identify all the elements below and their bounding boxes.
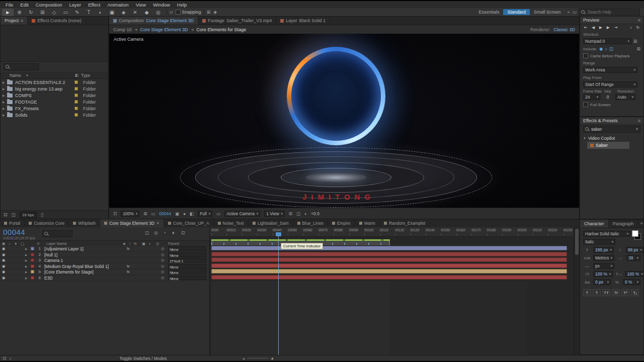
layer-label-chip[interactable] xyxy=(31,264,34,268)
timeline-tab[interactable]: Customize Core ✕ xyxy=(25,219,69,227)
shortcut-dropdown[interactable]: Numpad 0▾ xyxy=(583,38,631,44)
workspace-button[interactable]: Essentials xyxy=(474,9,503,15)
layer-name[interactable]: [Null 1] xyxy=(44,252,57,257)
menu-item[interactable]: Window xyxy=(149,2,174,8)
timeline-tab[interactable]: Core_Close_UP_A ✕ xyxy=(164,219,214,227)
layer-visibility-toggle[interactable]: ◉ xyxy=(2,264,6,268)
graph-editor-icon[interactable]: ♦ xyxy=(172,230,175,235)
tool-button[interactable]: ⊕ xyxy=(14,9,25,16)
bit-depth-badge[interactable]: 16 bpc xyxy=(20,212,37,218)
parent-pickwhip-icon[interactable]: ◎ xyxy=(161,252,165,257)
char-style-button[interactable]: T xyxy=(593,289,601,296)
layer-expand-icon[interactable]: ▶ xyxy=(25,265,27,268)
column-type[interactable]: Type xyxy=(81,73,90,78)
tsume-field[interactable]: 0 %▾ xyxy=(623,279,640,285)
timeline-tab[interactable]: Empire ✕ xyxy=(328,219,355,227)
magnification-dropdown[interactable]: 100%▾ xyxy=(121,211,139,217)
tool-button[interactable]: ◈ xyxy=(118,9,129,16)
effects-search[interactable]: ✕ xyxy=(583,126,640,133)
frame-rate-dropdown[interactable]: 24▾ xyxy=(583,94,600,100)
layer-expand-icon[interactable]: ▶ xyxy=(25,259,27,262)
panel-menu-icon[interactable]: ≡ xyxy=(21,18,23,23)
vertical-scale-field[interactable]: 100 %▾ xyxy=(593,271,613,277)
layer-row[interactable]: ◉ ▶ 4 [Medium Gray-Royal Blue Solid 1] f… xyxy=(0,263,209,269)
timeline-tab[interactable]: Portal ✕ xyxy=(0,219,25,227)
region-of-interest-icon[interactable]: ⊡ xyxy=(113,211,117,216)
project-search-input[interactable] xyxy=(12,64,37,69)
layer-name[interactable]: [Adjustment Layer 1] xyxy=(44,246,84,251)
panel-menu-icon[interactable]: ≡ xyxy=(638,18,640,23)
layer-visibility-toggle[interactable]: ◉ xyxy=(2,269,6,274)
layer-name[interactable]: E3D xyxy=(44,276,53,281)
expand-icon[interactable]: ▶ xyxy=(3,107,7,110)
char-style-button[interactable]: T xyxy=(583,289,591,296)
parent-dropdown[interactable]: None▾ xyxy=(168,264,206,268)
mask-visibility-icon[interactable]: ▭ xyxy=(151,211,155,216)
loop-icon[interactable]: ↻ xyxy=(635,25,640,30)
camera-dropdown[interactable]: Active Camera▾ xyxy=(224,211,260,217)
parent-dropdown[interactable]: None▾ xyxy=(168,246,206,251)
breadcrumb-core-stage[interactable]: Core Stage Element 3D xyxy=(140,27,188,32)
font-size-dropdown[interactable]: 285 px▾ xyxy=(593,247,614,253)
transport-button[interactable]: ◀ xyxy=(591,25,596,30)
layer-duration-bar[interactable] xyxy=(211,252,567,256)
char-style-button[interactable]: T₁ xyxy=(631,289,639,296)
parent-dropdown[interactable]: 2. Null 1▾ xyxy=(168,258,206,262)
toggle-switches-button[interactable]: Toggle Switches / Modes xyxy=(119,356,167,361)
tool-button[interactable]: ◐ xyxy=(95,9,106,16)
menu-item[interactable]: File xyxy=(2,2,17,8)
timeline-tab[interactable]: Core Stage Element 3D ✕ xyxy=(100,219,164,227)
char-style-button[interactable]: T¹ xyxy=(621,289,629,296)
draft-3d-icon[interactable]: ◎ xyxy=(154,230,158,235)
expand-icon[interactable]: ▶ xyxy=(3,94,7,97)
cache-before-playback-checkbox[interactable] xyxy=(583,53,588,58)
snapshot-icon[interactable]: ▣ xyxy=(175,211,179,216)
help-search-input[interactable] xyxy=(588,10,637,15)
expand-icon[interactable]: ▶ xyxy=(3,81,7,84)
tracking-dropdown[interactable]: 39▾ xyxy=(626,255,640,261)
project-item[interactable]: ▶ Solids Folder xyxy=(1,112,108,118)
collapse-icon[interactable]: ▼ xyxy=(583,137,586,140)
transport-button[interactable]: ▶ xyxy=(606,25,611,30)
layer-row[interactable]: ◉ ▶ 3 Camera 1 ◎ 2. Null 1▾ xyxy=(0,257,209,263)
label-chip[interactable] xyxy=(74,94,78,97)
tool-button[interactable]: ▭ xyxy=(60,9,71,16)
font-family-dropdown[interactable]: Harlow Solid Italic▾ xyxy=(583,231,630,237)
font-style-dropdown[interactable]: Italic▾ xyxy=(583,239,615,245)
tool-button[interactable]: ► xyxy=(2,9,14,16)
workspace-button[interactable]: Standard xyxy=(503,9,530,15)
project-item[interactable]: ▶ FOOTAGE Folder xyxy=(1,99,108,105)
horizontal-scale-field[interactable]: 100 %▾ xyxy=(625,271,644,277)
project-search[interactable] xyxy=(4,63,39,70)
timeline-flow-icon[interactable]: ◫ xyxy=(296,211,300,216)
timeline-zoom-slider[interactable] xyxy=(247,358,268,358)
tool-button[interactable]: T xyxy=(83,9,95,16)
skip-value[interactable]: 0 xyxy=(602,95,613,100)
label-chip[interactable] xyxy=(74,107,78,110)
layer-name-column[interactable]: Layer Name xyxy=(46,241,67,246)
trash-icon[interactable]: ▯ xyxy=(41,212,43,217)
viewer-tab[interactable]: Composition Core Stage Element 3D xyxy=(109,17,198,25)
zoom-out-icon[interactable]: ▲ xyxy=(242,357,245,360)
tool-button[interactable]: ✎ xyxy=(71,9,83,16)
mute-audio-icon[interactable]: ♪ xyxy=(629,25,633,30)
tool-button[interactable]: ▣ xyxy=(106,9,118,16)
layer-duration-bar[interactable] xyxy=(211,263,567,268)
monitor-icon[interactable]: ▭ xyxy=(572,10,577,15)
expand-icon[interactable]: ▶ xyxy=(3,114,7,117)
layer-row[interactable]: ◉ ▶ 1 [Adjustment Layer 1] fx ◎ None▾ xyxy=(0,246,209,252)
layer-label-chip[interactable] xyxy=(31,276,34,280)
layer-expand-icon[interactable]: ▶ xyxy=(25,277,27,280)
layer-fx-switch[interactable]: fx xyxy=(127,270,129,274)
current-time-indicator-line[interactable] xyxy=(278,233,279,355)
expand-icon[interactable]: ▶ xyxy=(3,87,7,90)
mask-options-icon[interactable]: ◈ xyxy=(213,10,217,15)
timeline-tab[interactable]: Blue_Lines ✕ xyxy=(293,219,328,227)
timeline-tab[interactable]: Random_Examplet ✕ xyxy=(380,219,430,227)
include-video-icon[interactable]: ◉ xyxy=(599,46,603,51)
scrollbar-thumb[interactable] xyxy=(575,229,579,255)
grid-guides-icon[interactable]: ⊞ xyxy=(143,211,147,216)
project-item[interactable]: ▶ ACTION ESSENTIALS 2 Folder xyxy=(1,79,108,85)
effects-search-input[interactable] xyxy=(591,127,634,132)
resolution-dropdown[interactable]: Full▾ xyxy=(198,211,212,217)
